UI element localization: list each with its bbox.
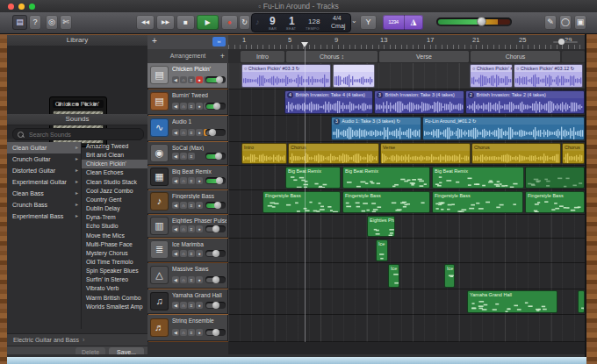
search-field[interactable] (12, 128, 144, 140)
track-header-row[interactable]: ♪Fingerstyle Bass◀∩≡● (147, 190, 228, 214)
midi-region[interactable]: Big Beat Remix (285, 167, 341, 189)
arrangement-track-header[interactable]: Arrangement + (147, 49, 229, 64)
metronome-button[interactable]: ◮ (404, 15, 423, 30)
lock-button[interactable]: ≡ (188, 153, 195, 160)
solo-button[interactable]: ∩ (180, 103, 187, 110)
solo-button[interactable]: ∩ (180, 153, 187, 160)
drummer-region[interactable]: Chorus (288, 143, 379, 164)
track-header-row[interactable]: ♬String Ensemble◀∩≡● (147, 315, 228, 341)
midi-region[interactable] (578, 290, 585, 313)
mute-button[interactable]: ◀ (172, 177, 179, 184)
arrangement-marker[interactable]: Intro (241, 51, 284, 62)
take-region[interactable]: 3 British Invasion: Take 3 (4 takes) (374, 90, 464, 114)
record-button[interactable]: ● (196, 329, 203, 336)
midi-region[interactable]: Big Beat Remix (432, 167, 524, 189)
master-volume-slider[interactable] (436, 18, 512, 26)
volume-knob-thumb[interactable] (212, 225, 219, 232)
add-track-button[interactable]: + (152, 36, 157, 46)
patch-item[interactable]: Country Gent (82, 196, 147, 204)
patch-item[interactable]: Old Time Tremolo (82, 258, 147, 267)
volume-knob-thumb[interactable] (209, 129, 216, 136)
patch-item[interactable]: Brit and Clean (82, 151, 147, 160)
audio-region[interactable]: 3 Audio 1: Take 3 (3 takes) ↻ (331, 117, 421, 140)
mute-button[interactable]: ◀ (172, 276, 179, 283)
midi-region[interactable]: Eighties Phaser Pul (367, 216, 395, 237)
patch-item[interactable]: Chicken Pickin' (82, 160, 147, 168)
mute-button[interactable]: ◀ (172, 250, 179, 257)
patch-item[interactable]: Worlds Smallest Amp (82, 303, 147, 311)
track-header-row[interactable]: ▤Chicken Pickin'◀∩≡●♟ (147, 63, 228, 89)
midi-region[interactable]: Ice (376, 239, 388, 261)
track-header-row[interactable]: ▦Big Beat Remix◀∩≡● (147, 166, 228, 189)
track-volume-slider[interactable] (205, 250, 226, 257)
quick-help-button[interactable]: ? (29, 15, 41, 30)
stop-button[interactable]: ■ (176, 15, 195, 30)
patch-item[interactable]: Mystery Chorus (82, 249, 147, 258)
patch-item[interactable]: Surfin' in Stereo (82, 275, 147, 284)
track-header-row[interactable]: ◉SoCal (Max)◀∩≡ (147, 142, 228, 165)
record-button[interactable]: ● (196, 250, 203, 257)
track-volume-slider[interactable] (205, 177, 226, 184)
solo-button[interactable]: ∩ (180, 129, 187, 136)
track-volume-slider[interactable] (205, 329, 226, 336)
patch-item[interactable]: Spin Speaker Blues (82, 267, 147, 275)
lock-button[interactable]: ≡ (188, 302, 195, 309)
track-volume-slider[interactable] (205, 153, 226, 160)
arrangement-marker[interactable] (562, 51, 585, 62)
track-header-row[interactable]: △Massive Saws◀∩≡● (147, 263, 228, 289)
patch-item[interactable]: Warm British Combo (82, 294, 147, 303)
record-button[interactable]: ● (196, 276, 203, 283)
volume-knob-thumb[interactable] (213, 103, 220, 110)
tuner-button[interactable]: Y (360, 15, 377, 30)
mute-button[interactable]: ◀ (172, 153, 179, 160)
lock-button[interactable]: ≡ (188, 76, 195, 83)
solo-button[interactable]: ∩ (180, 329, 187, 336)
drummer-region[interactable]: Verse (380, 143, 471, 164)
midi-region[interactable]: Fingerstyle Bass (342, 191, 430, 213)
mute-button[interactable]: ◀ (172, 76, 179, 83)
volume-knob-thumb[interactable] (212, 302, 219, 309)
track-volume-slider[interactable] (205, 103, 226, 110)
guitar-region[interactable]: ○ Chicken Pickin' #03.12 ↻ (514, 64, 583, 88)
patch-item[interactable]: Clean Echoes (82, 168, 147, 177)
lock-button[interactable]: ≡ (188, 202, 195, 209)
lock-button[interactable]: ≡ (188, 225, 195, 232)
zoom-slider[interactable] (553, 41, 578, 43)
audio-region[interactable]: Fu-Lin Around_l#01.2 ↻ (422, 117, 585, 140)
volume-knob-thumb[interactable] (216, 76, 223, 83)
category-item[interactable]: Clean Guitar▸ (7, 142, 81, 153)
drummer-region[interactable]: Chorus (562, 143, 585, 164)
track-header-row[interactable]: ≣Ice Marimba◀∩≡● (147, 239, 228, 262)
count-in-button[interactable]: 1234 (383, 15, 405, 30)
record-button[interactable]: ● (196, 302, 203, 309)
record-button[interactable]: ● (196, 225, 203, 232)
mute-button[interactable]: ◀ (172, 202, 179, 209)
forward-button[interactable]: ▶▶ (156, 15, 175, 30)
guitar-region[interactable] (333, 64, 375, 88)
track-header-row[interactable]: ∿Audio 1◀∩≡●♟ (147, 116, 228, 141)
lcd-chevron-icon[interactable]: ⌄ (351, 17, 357, 25)
editor-button[interactable]: ✄ (60, 15, 72, 30)
track-volume-slider[interactable] (205, 202, 226, 209)
mute-button[interactable]: ◀ (172, 103, 179, 110)
midi-region[interactable]: Ice (388, 264, 399, 288)
solo-button[interactable]: ∩ (180, 302, 187, 309)
media-browser-button[interactable]: ▣ (574, 15, 586, 30)
midi-region[interactable]: Ice (444, 264, 455, 288)
drummer-region[interactable]: Intro (241, 143, 287, 164)
take-region[interactable]: 2 British Invasion: Take 2 (4 takes) (465, 90, 585, 114)
arrangement-marker[interactable]: Chorus (471, 51, 560, 62)
volume-knob-thumb[interactable] (216, 177, 223, 184)
category-item[interactable]: Crunch Guitar▸ (7, 153, 81, 165)
patch-item[interactable]: Dyna-Trem (82, 213, 147, 222)
mute-button[interactable]: ◀ (172, 329, 179, 336)
library-breadcrumb[interactable]: Electric Guitar and Bass › (7, 333, 147, 346)
volume-knob[interactable] (477, 17, 486, 26)
record-button[interactable]: ● (221, 15, 238, 30)
guitar-region[interactable]: ○ Chicken Pickin' #03.3 ↻ (241, 64, 331, 88)
track-volume-slider[interactable] (205, 302, 226, 309)
library-toggle-button[interactable]: ▤ (12, 15, 27, 30)
midi-region[interactable]: Fingerstyle Bass (432, 191, 523, 213)
track-volume-slider[interactable] (205, 129, 226, 136)
midi-region[interactable]: Big Beat Remix (342, 167, 430, 189)
